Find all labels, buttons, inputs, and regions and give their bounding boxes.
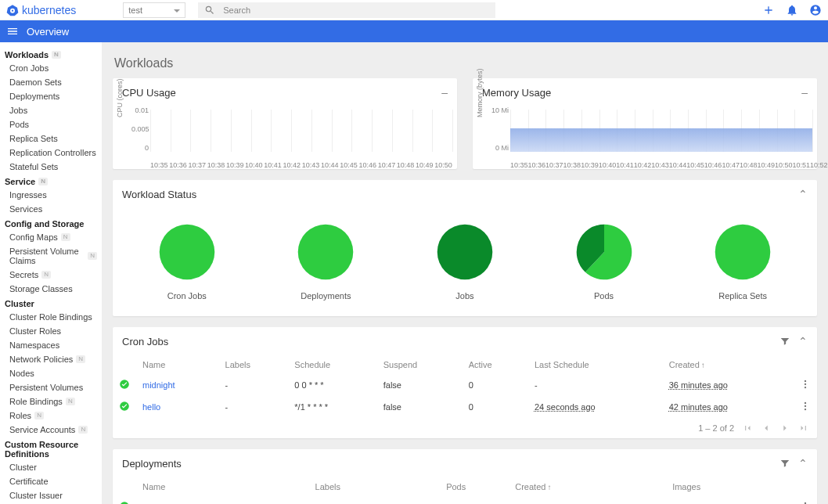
cpu-card-title: CPU Usage bbox=[122, 87, 176, 99]
svg-point-10 bbox=[805, 387, 806, 388]
sidebar-item[interactable]: Role Bindings N bbox=[0, 394, 102, 409]
search-icon bbox=[204, 5, 215, 16]
header-bar: Overview bbox=[0, 20, 828, 42]
sidebar-item[interactable]: Jobs bbox=[0, 103, 102, 117]
deployments-card: Deployments ⌃ NameLabelsPodsCreated↑Imag… bbox=[113, 449, 817, 504]
filter-icon[interactable] bbox=[779, 458, 790, 469]
sidebar-item[interactable]: Roles N bbox=[0, 409, 102, 423]
sidebar-item[interactable]: Cluster Issuer bbox=[0, 488, 102, 502]
sidebar-item[interactable]: Cron Jobs bbox=[0, 61, 102, 75]
cpu-chart: CPU (cores)0.010.005010:3510:3610:3710:3… bbox=[113, 106, 457, 169]
pager-range: 1 – 2 of 2 bbox=[698, 423, 734, 433]
deployments-title: Deployments bbox=[122, 458, 182, 470]
workload-status-card: Workload Status ⌃ Cron JobsDeploymentsJo… bbox=[113, 180, 817, 316]
collapse-icon[interactable]: ⌃ bbox=[798, 457, 808, 470]
next-page-icon[interactable] bbox=[779, 423, 790, 434]
status-donut: Cron Jobs bbox=[154, 219, 220, 301]
sidebar-item[interactable]: Pods bbox=[0, 117, 102, 131]
svg-point-13 bbox=[805, 405, 806, 407]
column-header[interactable]: Suspend bbox=[377, 355, 463, 374]
sidebar-item[interactable]: Namespaces bbox=[0, 338, 102, 352]
filter-icon[interactable] bbox=[779, 336, 790, 347]
sidebar-item[interactable]: Config Maps N bbox=[0, 230, 102, 244]
sidebar-group[interactable]: Custom Resource Definitions bbox=[0, 437, 102, 460]
row-menu-icon[interactable] bbox=[800, 501, 811, 504]
sidebar-item[interactable]: Network Policies N bbox=[0, 352, 102, 366]
status-donut: Jobs bbox=[432, 219, 498, 301]
namespace-value: test bbox=[128, 5, 142, 15]
column-header[interactable]: Schedule bbox=[288, 355, 376, 374]
sidebar-item[interactable]: Replication Controllers bbox=[0, 146, 102, 160]
collapse-icon[interactable]: ⌃ bbox=[798, 188, 808, 200]
status-card-title: Workload Status bbox=[122, 189, 196, 200]
svg-point-12 bbox=[805, 402, 806, 404]
sidebar-item[interactable]: Cluster Roles bbox=[0, 324, 102, 338]
first-page-icon[interactable] bbox=[742, 423, 753, 434]
namespace-select[interactable]: test bbox=[123, 2, 185, 18]
sidebar-item[interactable]: Secrets N bbox=[0, 268, 102, 282]
sidebar-item[interactable]: Certificate bbox=[0, 474, 102, 488]
status-ok-icon bbox=[119, 379, 130, 390]
svg-point-4 bbox=[298, 225, 354, 280]
table-row: hello -*/1 * * * *false0 24 seconds ago … bbox=[113, 396, 817, 418]
collapse-icon[interactable]: ⌃ bbox=[798, 335, 808, 347]
search-input[interactable]: Search bbox=[198, 2, 495, 18]
sidebar-item[interactable]: Cluster bbox=[0, 460, 102, 474]
resource-link[interactable]: hello bbox=[142, 402, 160, 412]
column-header[interactable]: Images bbox=[666, 477, 794, 496]
status-ok-icon bbox=[119, 401, 130, 412]
column-header[interactable]: Created↑ bbox=[509, 477, 666, 496]
column-header[interactable]: Labels bbox=[219, 355, 289, 374]
prev-page-icon[interactable] bbox=[761, 423, 772, 434]
mem-card-title: Memory Usage bbox=[482, 87, 551, 99]
row-menu-icon[interactable] bbox=[800, 379, 811, 390]
sidebar-group[interactable]: Cluster bbox=[0, 296, 102, 310]
page-title: Workloads bbox=[114, 56, 815, 70]
sidebar-item[interactable]: Nodes bbox=[0, 366, 102, 380]
notifications-icon[interactable] bbox=[786, 4, 798, 16]
svg-point-5 bbox=[437, 225, 493, 280]
cronjobs-table: NameLabelsScheduleSuspendActiveLast Sche… bbox=[113, 355, 817, 418]
memory-usage-card: Memory Usage – Memory (bytes)10 Mi0 Mi10… bbox=[473, 78, 817, 169]
column-header[interactable]: Name bbox=[136, 477, 309, 496]
sidebar-item[interactable]: Persistent Volume Claims N bbox=[0, 244, 102, 268]
account-icon[interactable] bbox=[809, 4, 822, 16]
last-page-icon[interactable] bbox=[798, 423, 809, 434]
svg-point-14 bbox=[805, 409, 806, 410]
column-header[interactable]: Name bbox=[136, 355, 219, 374]
sidebar-item[interactable]: Storage Classes bbox=[0, 282, 102, 296]
status-donut: Pods bbox=[571, 219, 637, 301]
column-header[interactable]: Last Schedule bbox=[528, 355, 663, 374]
sidebar-item[interactable]: Stateful Sets bbox=[0, 160, 102, 174]
row-menu-icon[interactable] bbox=[800, 401, 811, 412]
brand-text: kubernetes bbox=[22, 4, 76, 16]
sidebar-item[interactable]: Daemon Sets bbox=[0, 75, 102, 89]
sidebar-item[interactable]: Cluster Role Bindings bbox=[0, 310, 102, 324]
sidebar-item[interactable]: Ingresses bbox=[0, 188, 102, 202]
sidebar-item[interactable]: Service Accounts N bbox=[0, 423, 102, 437]
column-header[interactable]: Active bbox=[463, 355, 528, 374]
sidebar-item[interactable]: Deployments bbox=[0, 89, 102, 103]
resource-link[interactable]: midnight bbox=[142, 380, 175, 390]
top-bar: kubernetes test Search bbox=[0, 0, 828, 20]
cpu-usage-card: CPU Usage – CPU (cores)0.010.005010:3510… bbox=[113, 78, 457, 169]
column-header[interactable]: Created↑ bbox=[663, 355, 794, 374]
brand-logo: kubernetes bbox=[6, 4, 76, 16]
main-content: Workloads CPU Usage – CPU (cores)0.010.0… bbox=[102, 42, 828, 504]
collapse-icon[interactable]: – bbox=[441, 86, 448, 99]
collapse-icon[interactable]: – bbox=[801, 86, 808, 99]
sidebar-item[interactable]: Persistent Volumes bbox=[0, 380, 102, 394]
sidebar-item[interactable]: Replica Sets bbox=[0, 131, 102, 146]
create-icon[interactable] bbox=[762, 4, 775, 16]
svg-point-8 bbox=[805, 380, 806, 382]
svg-point-9 bbox=[805, 383, 806, 385]
sidebar-item[interactable]: Services bbox=[0, 202, 102, 216]
sidebar-group[interactable]: Service N bbox=[0, 174, 102, 188]
table-row: midnight -0 0 * * *false0 - 36 minutes a… bbox=[113, 374, 817, 396]
column-header[interactable]: Pods bbox=[440, 477, 509, 496]
sidebar-group[interactable]: Config and Storage bbox=[0, 216, 102, 230]
menu-icon[interactable] bbox=[6, 25, 19, 38]
sidebar-group[interactable]: Workloads N bbox=[0, 47, 102, 61]
column-header[interactable]: Labels bbox=[309, 477, 441, 496]
search-placeholder: Search bbox=[223, 5, 250, 15]
